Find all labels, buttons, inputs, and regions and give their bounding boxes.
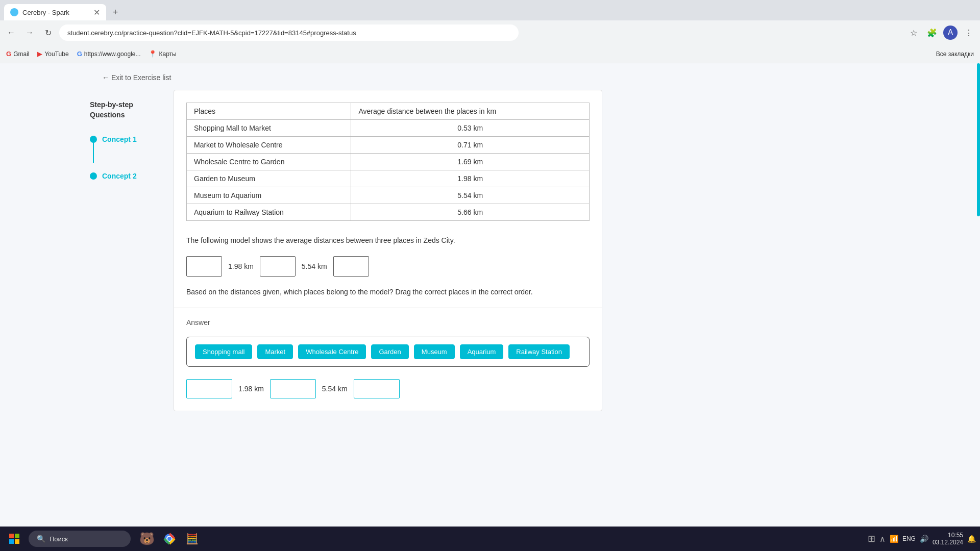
browser-chrome: Cerebry - Spark ✕ + ← → ↻ student.cerebr… [0,0,980,63]
section-divider [174,308,602,308]
chip-railway-station[interactable]: Railway Station [508,344,570,359]
table-col2-header: Average distance between the places in k… [351,103,590,120]
chip-aquarium[interactable]: Aquarium [460,344,504,359]
start-button[interactable] [4,529,24,549]
chip-wholesale-centre[interactable]: Wholesale Centre [298,344,366,359]
taskbar-search[interactable]: 🔍 Поиск [29,531,131,547]
concept-1-label[interactable]: Concept 1 [102,130,137,148]
back-button[interactable]: ← [4,26,18,40]
concept-item-1: Concept 1 [90,130,165,148]
bookmark-google-label: https://www.google... [84,51,141,58]
table-cell-distance: 0.71 km [351,137,590,154]
answer-drop-box-1[interactable] [186,379,232,398]
model-distance-1: 1.98 km [228,262,254,270]
model-distance-2: 5.54 km [302,262,327,270]
expand-icon: ∧ [879,534,886,544]
menu-icon[interactable]: ⋮ [962,26,976,40]
table-row: Wholesale Centre to Garden 1.69 km [187,154,590,170]
table-cell-place: Shopping Mall to Market [187,120,351,137]
bookmark-maps[interactable]: 📍 Карты [149,50,176,58]
sidebar-title: Step-by-step Questions [90,100,165,120]
active-tab[interactable]: Cerebry - Spark ✕ [4,4,106,20]
all-bookmarks[interactable]: Все закладки [936,51,974,58]
concept-dot-1 [90,136,97,143]
table-cell-place: Market to Wholesale Centre [187,137,351,154]
bookmark-gmail[interactable]: G Gmail [6,50,29,58]
content-area: Places Average distance between the plac… [174,90,602,411]
distance-table: Places Average distance between the plac… [186,103,590,221]
bookmark-youtube-label: YouTube [44,51,68,58]
bookmark-icon[interactable]: ☆ [906,26,921,40]
answer-section-label: Answer [186,318,590,327]
concept-dot-2 [90,172,97,180]
bookmarks-bar: G Gmail ▶ YouTube G https://www.google..… [0,45,980,63]
extensions-icon[interactable]: 🧩 [925,26,939,40]
exit-link-text: ← Exit to Exercise list [102,73,171,82]
reload-button[interactable]: ↻ [41,26,55,40]
chips-container: Shopping mall Market Wholesale Centre Ga… [186,337,590,367]
table-cell-distance: 1.69 km [351,154,590,170]
notification-icon: 🔔 [967,535,976,543]
search-icon: 🔍 [37,535,45,543]
tab-favicon [10,8,18,16]
taskbar-app-bear[interactable]: 🐻 [137,529,157,549]
svg-rect-3 [15,539,19,544]
taskbar-right: ⊞ ∧ 📶 ENG 🔊 10:55 03.12.2024 🔔 [868,532,976,546]
drag-instruction: Based on the distances given, which plac… [186,287,590,297]
date-text: 03.12.2024 [933,539,963,546]
answer-visual: 1.98 km 5.54 km [186,379,590,398]
page-content: ← Exit to Exercise list Step-by-step Que… [0,63,980,551]
chip-garden[interactable]: Garden [371,344,408,359]
table-cell-distance: 5.54 km [351,187,590,204]
tab-title: Cerebry - Spark [22,9,69,16]
taskbar-time: 10:55 03.12.2024 [933,532,963,546]
scrollbar-accent[interactable] [977,63,980,216]
url-text: student.cerebry.co/practice-question?cli… [67,29,356,37]
tab-bar: Cerebry - Spark ✕ + [0,0,980,20]
table-cell-place: Wholesale Centre to Garden [187,154,351,170]
taskbar-apps: 🐻 🧮 [137,529,202,549]
svg-rect-2 [9,539,14,544]
search-text: Поиск [50,535,68,543]
model-box-3 [333,256,369,277]
table-cell-place: Museum to Aquarium [187,187,351,204]
forward-button[interactable]: → [22,26,37,40]
table-cell-distance: 1.98 km [351,170,590,187]
taskbar: 🔍 Поиск 🐻 🧮 ⊞ ∧ 📶 ENG 🔊 [0,527,980,551]
windows-icon: ⊞ [868,533,875,544]
all-bookmarks-label: Все закладки [936,51,974,58]
new-tab-button[interactable]: + [108,5,122,19]
chip-museum[interactable]: Museum [414,344,455,359]
bookmark-google[interactable]: G https://www.google... [77,50,141,58]
tab-close-button[interactable]: ✕ [93,8,100,17]
table-cell-distance: 5.66 km [351,204,590,221]
taskbar-app-calc[interactable]: 🧮 [182,529,202,549]
volume-icon: 🔊 [920,535,928,543]
nav-bar: ← → ↻ student.cerebry.co/practice-questi… [0,20,980,45]
chip-market[interactable]: Market [257,344,293,359]
answer-distance-1: 1.98 km [238,385,264,393]
table-cell-distance: 0.53 km [351,120,590,137]
model-visual: 1.98 km 5.54 km [186,256,590,277]
taskbar-app-chrome[interactable] [159,529,180,549]
answer-drop-box-2[interactable] [270,379,316,398]
table-cell-place: Garden to Museum [187,170,351,187]
language-label: ENG [902,535,916,542]
bookmark-youtube[interactable]: ▶ YouTube [37,50,68,58]
concept-2-label[interactable]: Concept 2 [102,167,137,185]
bookmark-maps-label: Карты [159,51,176,58]
answer-distance-2: 5.54 km [322,385,348,393]
svg-rect-1 [15,534,19,538]
concept-item-2: Concept 2 [90,167,165,185]
sidebar: Step-by-step Questions Concept 1 Concept… [82,90,174,411]
concept-list: Concept 1 Concept 2 [90,130,165,185]
answer-drop-box-3[interactable] [354,379,400,398]
address-bar[interactable]: student.cerebry.co/practice-question?cli… [59,24,519,41]
account-icon[interactable]: A [943,26,958,40]
chip-shopping-mall[interactable]: Shopping mall [195,344,252,359]
svg-point-6 [167,537,172,541]
exit-link[interactable]: ← Exit to Exercise list [102,73,980,82]
table-row: Aquarium to Railway Station 5.66 km [187,204,590,221]
model-box-1 [186,256,222,277]
main-container: Step-by-step Questions Concept 1 Concept… [82,90,602,411]
